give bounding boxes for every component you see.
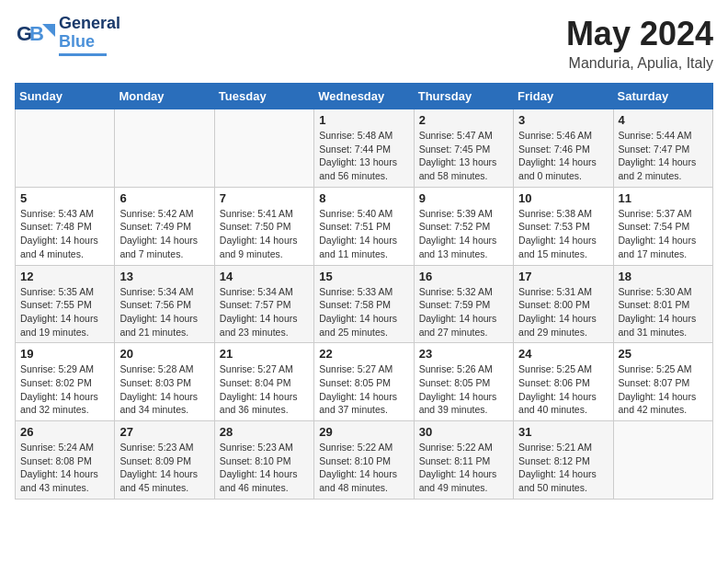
calendar-table: SundayMondayTuesdayWednesdayThursdayFrid…: [15, 83, 713, 500]
weekday-header-wednesday: Wednesday: [314, 84, 414, 109]
day-info: Sunrise: 5:43 AMSunset: 7:48 PMDaylight:…: [20, 207, 109, 261]
calendar-cell: 29Sunrise: 5:22 AMSunset: 8:10 PMDayligh…: [314, 421, 414, 500]
calendar-cell: 8Sunrise: 5:40 AMSunset: 7:51 PMDaylight…: [314, 187, 414, 265]
day-info: Sunrise: 5:23 AMSunset: 8:09 PMDaylight:…: [119, 441, 209, 495]
day-number: 28: [220, 425, 309, 439]
day-number: 18: [619, 270, 708, 283]
day-number: 3: [518, 113, 608, 127]
page-header: G B General Blue May 2024 Manduria, Apul…: [15, 15, 713, 72]
day-info: Sunrise: 5:48 AMSunset: 7:44 PMDaylight:…: [319, 129, 408, 183]
day-info: Sunrise: 5:22 AMSunset: 8:10 PMDaylight:…: [319, 441, 408, 495]
day-number: 14: [220, 270, 309, 283]
day-info: Sunrise: 5:33 AMSunset: 7:58 PMDaylight:…: [319, 285, 408, 339]
calendar-cell: 16Sunrise: 5:32 AMSunset: 7:59 PMDayligh…: [414, 265, 513, 343]
calendar-cell: [613, 421, 712, 500]
week-row-1: 1Sunrise: 5:48 AMSunset: 7:44 PMDaylight…: [16, 109, 713, 188]
day-number: 25: [619, 347, 708, 361]
day-number: 26: [20, 425, 109, 439]
day-number: 27: [119, 425, 209, 439]
week-row-4: 19Sunrise: 5:29 AMSunset: 8:02 PMDayligh…: [16, 343, 713, 421]
day-info: Sunrise: 5:41 AMSunset: 7:50 PMDaylight:…: [220, 207, 309, 261]
calendar-cell: 9Sunrise: 5:39 AMSunset: 7:52 PMDaylight…: [414, 187, 513, 265]
day-info: Sunrise: 5:22 AMSunset: 8:11 PMDaylight:…: [419, 441, 508, 495]
calendar-cell: 12Sunrise: 5:35 AMSunset: 7:55 PMDayligh…: [16, 265, 115, 343]
day-info: Sunrise: 5:31 AMSunset: 8:00 PMDaylight:…: [518, 285, 608, 339]
weekday-header-thursday: Thursday: [414, 84, 513, 109]
day-number: 8: [319, 191, 408, 205]
day-info: Sunrise: 5:32 AMSunset: 7:59 PMDaylight:…: [419, 285, 508, 339]
day-info: Sunrise: 5:39 AMSunset: 7:52 PMDaylight:…: [419, 207, 508, 261]
weekday-header-sunday: Sunday: [16, 84, 115, 109]
calendar-cell: 10Sunrise: 5:38 AMSunset: 7:53 PMDayligh…: [514, 187, 613, 265]
svg-text:B: B: [29, 22, 44, 45]
calendar-cell: 30Sunrise: 5:22 AMSunset: 8:11 PMDayligh…: [414, 421, 513, 500]
calendar-cell: 2Sunrise: 5:47 AMSunset: 7:45 PMDaylight…: [414, 109, 513, 188]
day-info: Sunrise: 5:34 AMSunset: 7:57 PMDaylight:…: [220, 285, 309, 339]
calendar-cell: 17Sunrise: 5:31 AMSunset: 8:00 PMDayligh…: [514, 265, 613, 343]
day-number: 30: [419, 425, 508, 439]
day-info: Sunrise: 5:26 AMSunset: 8:05 PMDaylight:…: [419, 362, 508, 417]
day-number: 15: [319, 270, 408, 283]
day-number: 29: [319, 425, 408, 439]
calendar-cell: 7Sunrise: 5:41 AMSunset: 7:50 PMDaylight…: [214, 187, 313, 265]
day-number: 7: [220, 191, 309, 205]
day-info: Sunrise: 5:47 AMSunset: 7:45 PMDaylight:…: [419, 129, 508, 183]
day-info: Sunrise: 5:25 AMSunset: 8:06 PMDaylight:…: [518, 362, 608, 417]
calendar-cell: 1Sunrise: 5:48 AMSunset: 7:44 PMDaylight…: [314, 109, 414, 188]
day-number: 19: [20, 347, 109, 361]
day-number: 20: [119, 347, 209, 361]
calendar-cell: 27Sunrise: 5:23 AMSunset: 8:09 PMDayligh…: [115, 421, 214, 500]
calendar-title: May 2024: [566, 15, 713, 53]
week-row-2: 5Sunrise: 5:43 AMSunset: 7:48 PMDaylight…: [16, 187, 713, 265]
logo-general: General: [59, 15, 120, 33]
day-info: Sunrise: 5:44 AMSunset: 7:47 PMDaylight:…: [619, 129, 708, 183]
title-block: May 2024 Manduria, Apulia, Italy: [566, 15, 713, 72]
calendar-cell: 13Sunrise: 5:34 AMSunset: 7:56 PMDayligh…: [115, 265, 214, 343]
day-number: 23: [419, 347, 508, 361]
day-number: 22: [319, 347, 408, 361]
calendar-cell: 18Sunrise: 5:30 AMSunset: 8:01 PMDayligh…: [613, 265, 712, 343]
day-info: Sunrise: 5:21 AMSunset: 8:12 PMDaylight:…: [518, 441, 608, 495]
day-number: 9: [419, 191, 508, 205]
calendar-cell: [214, 109, 313, 188]
weekday-header-tuesday: Tuesday: [214, 84, 313, 109]
calendar-cell: 15Sunrise: 5:33 AMSunset: 7:58 PMDayligh…: [314, 265, 414, 343]
day-number: 21: [220, 347, 309, 361]
calendar-cell: 6Sunrise: 5:42 AMSunset: 7:49 PMDaylight…: [115, 187, 214, 265]
week-row-3: 12Sunrise: 5:35 AMSunset: 7:55 PMDayligh…: [16, 265, 713, 343]
svg-marker-2: [42, 24, 55, 37]
calendar-cell: 5Sunrise: 5:43 AMSunset: 7:48 PMDaylight…: [16, 187, 115, 265]
day-number: 13: [119, 270, 209, 283]
day-number: 1: [319, 113, 408, 127]
day-info: Sunrise: 5:42 AMSunset: 7:49 PMDaylight:…: [119, 207, 209, 261]
calendar-cell: 25Sunrise: 5:25 AMSunset: 8:07 PMDayligh…: [613, 343, 712, 421]
calendar-cell: 14Sunrise: 5:34 AMSunset: 7:57 PMDayligh…: [214, 265, 313, 343]
day-info: Sunrise: 5:34 AMSunset: 7:56 PMDaylight:…: [119, 285, 209, 339]
calendar-cell: 4Sunrise: 5:44 AMSunset: 7:47 PMDaylight…: [613, 109, 712, 188]
week-row-5: 26Sunrise: 5:24 AMSunset: 8:08 PMDayligh…: [16, 421, 713, 500]
day-info: Sunrise: 5:25 AMSunset: 8:07 PMDaylight:…: [619, 362, 708, 417]
calendar-cell: [16, 109, 115, 188]
logo-blue: Blue: [59, 33, 120, 52]
day-info: Sunrise: 5:35 AMSunset: 7:55 PMDaylight:…: [20, 285, 109, 339]
calendar-cell: 24Sunrise: 5:25 AMSunset: 8:06 PMDayligh…: [514, 343, 613, 421]
calendar-cell: 26Sunrise: 5:24 AMSunset: 8:08 PMDayligh…: [16, 421, 115, 500]
calendar-cell: 28Sunrise: 5:23 AMSunset: 8:10 PMDayligh…: [214, 421, 313, 500]
day-info: Sunrise: 5:24 AMSunset: 8:08 PMDaylight:…: [20, 441, 109, 495]
day-info: Sunrise: 5:37 AMSunset: 7:54 PMDaylight:…: [619, 207, 708, 261]
calendar-cell: 20Sunrise: 5:28 AMSunset: 8:03 PMDayligh…: [115, 343, 214, 421]
calendar-cell: 21Sunrise: 5:27 AMSunset: 8:04 PMDayligh…: [214, 343, 313, 421]
day-info: Sunrise: 5:30 AMSunset: 8:01 PMDaylight:…: [619, 285, 708, 339]
day-number: 11: [619, 191, 708, 205]
calendar-cell: 19Sunrise: 5:29 AMSunset: 8:02 PMDayligh…: [16, 343, 115, 421]
day-number: 24: [518, 347, 608, 361]
calendar-cell: 22Sunrise: 5:27 AMSunset: 8:05 PMDayligh…: [314, 343, 414, 421]
day-number: 5: [20, 191, 109, 205]
day-info: Sunrise: 5:38 AMSunset: 7:53 PMDaylight:…: [518, 207, 608, 261]
logo: G B General Blue: [15, 15, 120, 56]
day-info: Sunrise: 5:27 AMSunset: 8:04 PMDaylight:…: [220, 362, 309, 417]
weekday-header-friday: Friday: [514, 84, 613, 109]
day-number: 12: [20, 270, 109, 283]
day-info: Sunrise: 5:23 AMSunset: 8:10 PMDaylight:…: [220, 441, 309, 495]
day-number: 10: [518, 191, 608, 205]
